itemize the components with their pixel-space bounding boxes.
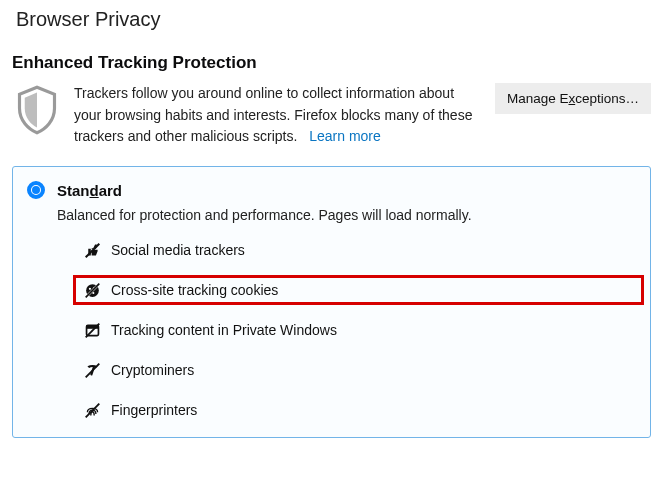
cookie-slash-icon [83,281,101,299]
list-item-highlighted: Cross-site tracking cookies [73,275,644,305]
tracker-list: Social media trackers Cross-site trackin… [83,241,634,419]
pickaxe-slash-icon [83,361,101,379]
shield-icon [12,83,62,141]
etp-description: Trackers follow you around online to col… [74,85,472,144]
tracker-label: Cryptominers [111,362,194,378]
list-item: Social media trackers [83,241,634,259]
page-title: Browser Privacy [12,8,651,31]
manage-exceptions-button[interactable]: Manage Exceptions… [495,83,651,114]
tracker-label: Social media trackers [111,242,245,258]
etp-intro-row: Trackers follow you around online to col… [12,83,651,148]
svg-point-4 [92,292,94,294]
etp-description-block: Trackers follow you around online to col… [74,83,483,148]
thumbs-slash-icon [83,241,101,259]
learn-more-link[interactable]: Learn more [309,128,381,144]
option-name: Standard [57,182,122,199]
window-slash-icon [83,321,101,339]
list-item: Fingerprinters [83,401,634,419]
option-description: Balanced for protection and performance.… [57,207,634,223]
tracker-label: Cross-site tracking cookies [111,282,278,298]
list-item: Cryptominers [83,361,634,379]
protection-option-standard[interactable]: Standard Balanced for protection and per… [12,166,651,438]
option-header: Standard [27,181,634,199]
etp-heading: Enhanced Tracking Protection [12,53,651,73]
svg-point-2 [88,287,90,289]
tracker-label: Tracking content in Private Windows [111,322,337,338]
fingerprint-slash-icon [83,401,101,419]
tracker-label: Fingerprinters [111,402,197,418]
list-item: Tracking content in Private Windows [83,321,634,339]
radio-standard[interactable] [27,181,45,199]
